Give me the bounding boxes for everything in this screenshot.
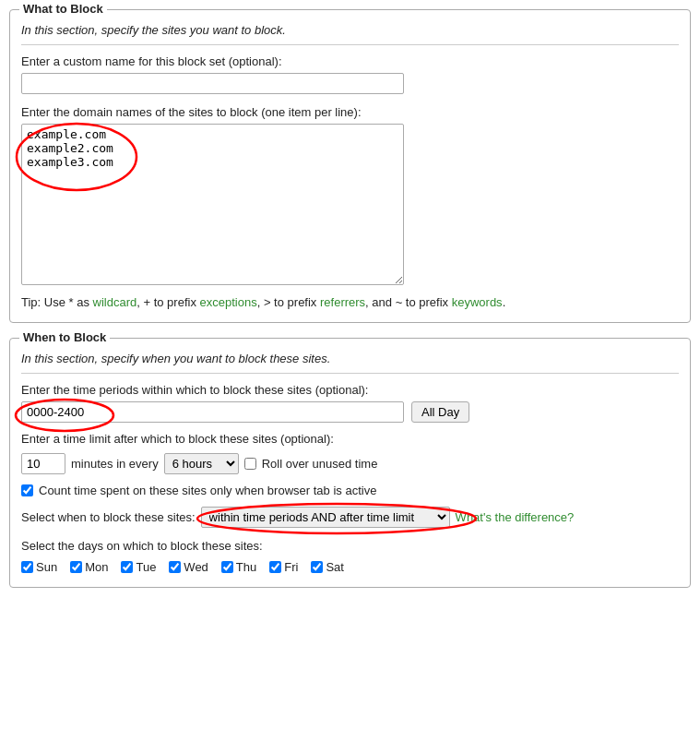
day-thu-checkbox[interactable] bbox=[221, 561, 233, 573]
day-wed: Wed bbox=[169, 560, 208, 574]
day-sat: Sat bbox=[311, 560, 344, 574]
time-limit-label: Enter a time limit after which to block … bbox=[21, 432, 679, 446]
day-fri-checkbox[interactable] bbox=[269, 561, 281, 573]
rollover-text: Roll over unused time bbox=[262, 457, 378, 471]
divider-2 bbox=[21, 373, 679, 374]
rollover-checkbox[interactable] bbox=[244, 458, 256, 470]
tip-wildcard-link[interactable]: wildcard bbox=[93, 295, 137, 309]
tip-exceptions-link[interactable]: exceptions bbox=[200, 295, 257, 309]
days-label: Select the days on which to block these … bbox=[21, 539, 679, 553]
time-periods-label: Enter the time periods within which to b… bbox=[21, 383, 679, 397]
all-day-button[interactable]: All Day bbox=[411, 401, 469, 423]
count-time-label: Count time spent on these sites only whe… bbox=[39, 484, 376, 497]
select-when-row: Select when to block these sites: within… bbox=[21, 507, 679, 528]
whats-diff-link[interactable]: What's the difference? bbox=[456, 510, 575, 524]
divider-1 bbox=[21, 44, 679, 45]
what-to-block-section: What to Block In this section, specify t… bbox=[9, 9, 691, 323]
day-sun: Sun bbox=[21, 560, 57, 574]
days-row: Sun Mon Tue Wed Thu Fri Sat bbox=[21, 560, 679, 574]
time-limit-row: minutes in every 6 hours 1 hour 2 hours … bbox=[21, 453, 679, 474]
tip-line: Tip: Use * as wildcard, + to prefix exce… bbox=[21, 295, 679, 309]
tip-keywords-link[interactable]: keywords bbox=[452, 295, 503, 309]
tip-mid1: , + to prefix bbox=[136, 295, 199, 309]
rollover-label: Roll over unused time bbox=[244, 457, 378, 471]
minutes-suffix: minutes in every bbox=[71, 457, 159, 471]
day-sat-label: Sat bbox=[326, 560, 344, 574]
time-period-input-wrapper bbox=[21, 401, 404, 423]
custom-name-input[interactable] bbox=[21, 73, 404, 94]
when-to-block-intro: In this section, specify when you want t… bbox=[21, 352, 679, 365]
select-when-wrapper: within time periods AND after time limit… bbox=[201, 507, 450, 528]
day-fri-label: Fri bbox=[284, 560, 298, 574]
day-fri: Fri bbox=[269, 560, 298, 574]
day-wed-label: Wed bbox=[184, 560, 208, 574]
day-sun-label: Sun bbox=[36, 560, 57, 574]
tip-referrers-link[interactable]: referrers bbox=[320, 295, 365, 309]
day-mon-label: Mon bbox=[85, 560, 108, 574]
time-period-input[interactable] bbox=[21, 401, 404, 423]
count-time-checkbox[interactable] bbox=[21, 484, 33, 496]
day-sun-checkbox[interactable] bbox=[21, 561, 33, 573]
tip-prefix: Tip: Use * as bbox=[21, 295, 93, 309]
minutes-input[interactable] bbox=[21, 453, 65, 474]
what-to-block-intro: In this section, specify the sites you w… bbox=[21, 23, 679, 37]
domains-label: Enter the domain names of the sites to b… bbox=[21, 105, 679, 119]
hours-select[interactable]: 6 hours 1 hour 2 hours 3 hours 4 hours 8… bbox=[164, 453, 239, 474]
select-when-label: Select when to block these sites: bbox=[21, 510, 196, 524]
domains-textarea[interactable]: example.com example2.com example3.com bbox=[21, 124, 404, 285]
domains-wrapper: example.com example2.com example3.com bbox=[21, 124, 404, 288]
day-tue-label: Tue bbox=[136, 560, 156, 574]
count-time-row: Count time spent on these sites only whe… bbox=[21, 484, 679, 497]
day-tue: Tue bbox=[121, 560, 156, 574]
day-mon-checkbox[interactable] bbox=[70, 561, 82, 573]
tip-mid3: , and ~ to prefix bbox=[365, 295, 452, 309]
select-when-dropdown[interactable]: within time periods AND after time limit… bbox=[201, 507, 450, 528]
custom-name-label: Enter a custom name for this block set (… bbox=[21, 54, 679, 68]
tip-end: . bbox=[503, 295, 506, 309]
when-to-block-legend: When to Block bbox=[19, 330, 110, 344]
time-period-row: All Day bbox=[21, 401, 679, 423]
day-tue-checkbox[interactable] bbox=[121, 561, 133, 573]
what-to-block-legend: What to Block bbox=[19, 2, 107, 16]
day-wed-checkbox[interactable] bbox=[169, 561, 181, 573]
day-mon: Mon bbox=[70, 560, 108, 574]
when-to-block-section: When to Block In this section, specify w… bbox=[9, 338, 691, 588]
tip-mid2: , > to prefix bbox=[257, 295, 320, 309]
day-thu: Thu bbox=[221, 560, 256, 574]
day-sat-checkbox[interactable] bbox=[311, 561, 323, 573]
day-thu-label: Thu bbox=[236, 560, 256, 574]
